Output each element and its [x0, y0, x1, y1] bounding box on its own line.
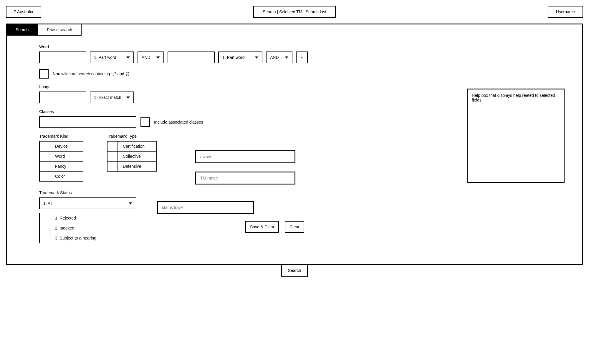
- word-operator-value-1: AND: [142, 55, 150, 60]
- kind-option-device: Device: [40, 142, 83, 152]
- breadcrumb: Search | Selected TM | Search List: [253, 6, 336, 18]
- tab-search[interactable]: Search: [6, 24, 38, 36]
- non-wildcard-label: Non wildcard search containing *,? and @: [53, 72, 130, 76]
- trademark-status-select[interactable]: 1. All: [39, 197, 136, 209]
- search-form: Word 1. Part word AND 1. Part word AND +: [7, 36, 582, 255]
- kind-checkbox-fancy[interactable]: [40, 162, 50, 171]
- kind-checkbox-device[interactable]: [40, 142, 50, 151]
- image-match-value: 1. Exact match: [94, 95, 121, 100]
- kind-label-fancy: Fancy: [50, 162, 83, 171]
- type-option-certification: Certification: [107, 142, 156, 152]
- status-label-indexed: 2. Indexed: [50, 223, 133, 233]
- tabs: Search Phase search: [7, 24, 582, 36]
- classes-input[interactable]: [39, 116, 136, 128]
- image-match-select[interactable]: 1. Exact match: [90, 92, 134, 103]
- status-option-rejected: 1. Rejected: [40, 213, 136, 223]
- chevron-down-icon: [285, 56, 288, 59]
- trademark-kind-label: Trademark Kind: [39, 134, 83, 139]
- trademark-status-section: Trademark Status 1. All 1. Rejected 2. I…: [39, 190, 550, 243]
- include-associated-label: Include associated classes: [154, 120, 203, 124]
- trademark-status-options: 1. Rejected 2. Indexed 3. Subject to a h…: [39, 213, 136, 243]
- status-checkbox-hearing[interactable]: [40, 233, 50, 243]
- status-label-hearing: 3. Subject to a hearing: [50, 233, 133, 243]
- status-lower-wrap: [157, 201, 254, 214]
- tab-phase-search[interactable]: Phase search: [37, 24, 82, 36]
- type-label-defensive: Defensive: [118, 162, 156, 171]
- trademark-type-label: Trademark Type: [107, 134, 157, 139]
- main-panel: Search Phase search Word 1. Part word AN…: [6, 24, 583, 265]
- type-checkbox-certification[interactable]: [107, 142, 118, 151]
- right-inputs: [195, 150, 295, 185]
- trademark-status-value: 1. All: [43, 201, 52, 206]
- trademark-kind-options: Device Word Fancy Color: [39, 141, 83, 182]
- type-option-collective: Collective: [107, 152, 156, 162]
- save-clear-button[interactable]: Save & Clear: [245, 221, 279, 233]
- status-option-hearing: 3. Subject to a hearing: [40, 233, 136, 243]
- trademark-status-label: Trademark Status: [39, 190, 550, 195]
- word-label: Word: [39, 44, 550, 49]
- image-input[interactable]: [39, 92, 86, 103]
- kind-option-word: Word: [40, 152, 83, 162]
- word-match-value-2: 1. Part word: [222, 55, 244, 60]
- trademark-kind-section: Trademark Kind Device Word Fancy: [39, 134, 83, 182]
- help-box: Help box that displays help reated to se…: [467, 89, 565, 183]
- status-lower-input[interactable]: [157, 201, 254, 214]
- username[interactable]: Username: [548, 6, 583, 18]
- word-operator-select-2[interactable]: AND: [266, 51, 292, 63]
- kind-option-color: Color: [40, 172, 83, 181]
- search-button[interactable]: Search: [281, 264, 308, 277]
- word-match-value-1: 1. Part word: [94, 55, 116, 60]
- type-checkbox-defensive[interactable]: [107, 162, 118, 171]
- type-label-collective: Collective: [118, 152, 156, 161]
- word-row: 1. Part word AND 1. Part word AND +: [39, 51, 550, 63]
- add-word-button[interactable]: +: [296, 51, 308, 63]
- word-input-1[interactable]: [39, 51, 86, 63]
- action-buttons: Save & Clear Clear: [245, 221, 304, 233]
- status-checkbox-indexed[interactable]: [40, 223, 50, 233]
- owner-input[interactable]: [195, 150, 295, 163]
- trademark-type-options: Certification Collective Defensive: [107, 141, 157, 172]
- logo: IP Australia: [6, 6, 41, 18]
- word-match-select-2[interactable]: 1. Part word: [218, 51, 262, 63]
- word-match-select-1[interactable]: 1. Part word: [90, 51, 134, 63]
- word-input-2[interactable]: [168, 51, 215, 63]
- chevron-down-icon: [129, 202, 132, 205]
- chevron-down-icon: [156, 56, 160, 59]
- kind-label-color: Color: [50, 172, 83, 181]
- non-wildcard-checkbox[interactable]: [39, 69, 49, 79]
- type-checkbox-collective[interactable]: [107, 152, 118, 161]
- type-label-certification: Certification: [118, 142, 156, 151]
- tm-range-input[interactable]: [195, 172, 295, 185]
- kind-checkbox-word[interactable]: [40, 152, 50, 161]
- status-label-rejected: 1. Rejected: [50, 213, 133, 223]
- kind-label-word: Word: [50, 152, 83, 161]
- word-operator-select-1[interactable]: AND: [138, 51, 164, 63]
- kind-label-device: Device: [50, 142, 83, 151]
- word-operator-value-2: AND: [270, 55, 279, 60]
- search-button-wrap: Search: [6, 264, 583, 277]
- chevron-down-icon: [126, 97, 130, 99]
- chevron-down-icon: [255, 56, 258, 59]
- trademark-type-section: Trademark Type Certification Collective …: [107, 134, 157, 182]
- kind-checkbox-color[interactable]: [40, 172, 50, 181]
- status-checkbox-rejected[interactable]: [40, 213, 50, 223]
- clear-button[interactable]: Clear: [285, 221, 304, 233]
- kind-option-fancy: Fancy: [40, 162, 83, 172]
- non-wildcard-row: Non wildcard search containing *,? and @: [39, 69, 550, 79]
- chevron-down-icon: [126, 56, 130, 59]
- include-associated-checkbox[interactable]: [140, 117, 150, 127]
- status-option-indexed: 2. Indexed: [40, 223, 136, 233]
- type-option-defensive: Defensive: [107, 162, 156, 171]
